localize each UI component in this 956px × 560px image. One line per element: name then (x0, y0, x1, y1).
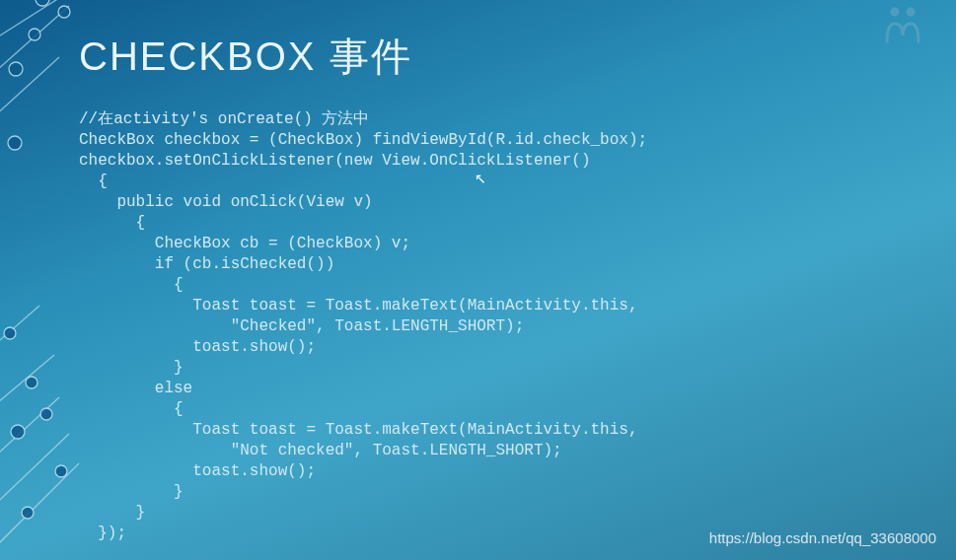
code-block: //在activity's onCreate() 方法中 CheckBox ch… (79, 109, 956, 544)
slide-title: CHECKBOX 事件 (79, 30, 956, 84)
slide-content: CHECKBOX 事件 //在activity's onCreate() 方法中… (0, 0, 956, 560)
footer-url: https://blog.csdn.net/qq_33608000 (709, 529, 936, 546)
